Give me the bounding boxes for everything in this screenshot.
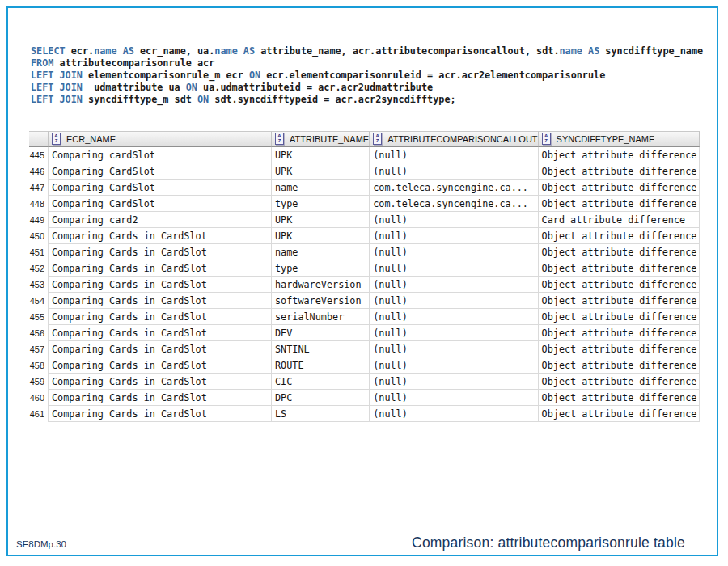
result-grid: AZECR_NAMEAZATTRIBUTE_NAMEAZATTRIBUTECOM… xyxy=(29,131,700,422)
grid-body: 445Comparing cardSlotUPK(null)Object att… xyxy=(29,147,700,422)
sql-keyword: SELECT xyxy=(31,45,66,57)
grid-cell[interactable]: Object attribute difference xyxy=(539,244,700,260)
grid-cell[interactable]: (null) xyxy=(370,228,538,244)
grid-cell[interactable]: Comparing Cards in CardSlot xyxy=(49,357,272,374)
row-number[interactable]: 449 xyxy=(29,212,49,228)
row-number[interactable]: 447 xyxy=(29,180,49,196)
row-number[interactable]: 450 xyxy=(29,228,49,244)
grid-cell[interactable]: Object attribute difference xyxy=(539,357,700,374)
grid-cell[interactable]: LS xyxy=(272,406,370,422)
grid-cell[interactable]: Comparing Cards in CardSlot xyxy=(49,309,272,325)
row-number[interactable]: 454 xyxy=(29,293,49,309)
row-number[interactable]: 448 xyxy=(29,196,49,212)
grid-cell[interactable]: type xyxy=(272,260,370,277)
grid-cell[interactable]: UPK xyxy=(272,163,370,180)
grid-cell[interactable]: Comparing CardSlot xyxy=(49,196,272,212)
column-header-label: SYNCDIFFTYPE_NAME xyxy=(557,134,655,144)
grid-cell[interactable]: UPK xyxy=(272,228,370,244)
column-header-attributecomparisoncallout[interactable]: AZATTRIBUTECOMPARISONCALLOUT xyxy=(370,131,538,147)
column-header-syncdifftype_name[interactable]: AZSYNCDIFFTYPE_NAME xyxy=(539,131,700,147)
grid-cell[interactable]: Object attribute difference xyxy=(539,260,700,277)
grid-cell[interactable]: Comparing Cards in CardSlot xyxy=(49,374,272,390)
grid-cell[interactable]: Comparing Cards in CardSlot xyxy=(49,293,272,309)
sql-text: elementcomparisonrule_m ecr xyxy=(83,70,249,81)
table-row: 456Comparing Cards in CardSlotDEV(null)O… xyxy=(29,325,700,341)
row-number[interactable]: 458 xyxy=(29,357,49,374)
grid-cell[interactable]: DEV xyxy=(272,325,370,341)
grid-cell[interactable]: Comparing Cards in CardSlot xyxy=(49,406,272,422)
grid-cell[interactable]: (null) xyxy=(370,374,538,390)
grid-cell[interactable]: UPK xyxy=(272,147,370,163)
grid-cell[interactable]: Object attribute difference xyxy=(539,180,700,196)
grid-cell[interactable]: Object attribute difference xyxy=(539,374,700,390)
row-number[interactable]: 456 xyxy=(29,325,49,341)
grid-cell[interactable]: (null) xyxy=(370,244,538,260)
grid-cell[interactable]: (null) xyxy=(370,325,538,341)
sql-line: LEFT JOIN elementcomparisonrule_m ecr ON… xyxy=(31,70,703,82)
grid-cell[interactable]: Object attribute difference xyxy=(539,228,700,244)
grid-cell[interactable]: Comparing Cards in CardSlot xyxy=(49,260,272,277)
grid-cell[interactable]: Comparing Cards in CardSlot xyxy=(49,277,272,293)
sql-keyword: name xyxy=(214,45,237,57)
grid-cell[interactable]: Object attribute difference xyxy=(539,341,700,357)
sql-keyword: ON xyxy=(197,94,209,105)
column-header-attribute_name[interactable]: AZATTRIBUTE_NAME xyxy=(272,131,370,147)
grid-cell[interactable]: Comparing CardSlot xyxy=(49,163,272,180)
sql-editor[interactable]: SELECT ecr.name AS ecr_name, ua.name AS … xyxy=(31,45,703,106)
column-header-ecr_name[interactable]: AZECR_NAME xyxy=(49,131,272,147)
grid-cell[interactable]: type xyxy=(272,196,370,212)
grid-cell[interactable]: DPC xyxy=(272,390,370,406)
grid-cell[interactable]: Card attribute difference xyxy=(539,212,700,228)
row-number[interactable]: 445 xyxy=(29,147,49,163)
grid-cell[interactable]: Object attribute difference xyxy=(539,163,700,180)
row-number[interactable]: 455 xyxy=(29,309,49,325)
grid-cell[interactable]: UPK xyxy=(272,212,370,228)
grid-cell[interactable]: SNTINL xyxy=(272,341,370,357)
grid-cell[interactable]: Object attribute difference xyxy=(539,277,700,293)
row-number[interactable]: 452 xyxy=(29,260,49,277)
row-number[interactable]: 459 xyxy=(29,374,49,390)
grid-cell[interactable]: softwareVersion xyxy=(272,293,370,309)
grid-cell[interactable]: Comparing CardSlot xyxy=(49,180,272,196)
grid-cell[interactable]: Object attribute difference xyxy=(539,293,700,309)
grid-cell[interactable]: name xyxy=(272,244,370,260)
grid-cell[interactable]: Comparing Cards in CardSlot xyxy=(49,325,272,341)
grid-cell[interactable]: Object attribute difference xyxy=(539,390,700,406)
grid-cell[interactable]: hardwareVersion xyxy=(272,277,370,293)
row-number[interactable]: 461 xyxy=(29,406,49,422)
grid-cell[interactable]: (null) xyxy=(370,309,538,325)
grid-cell[interactable]: (null) xyxy=(370,406,538,422)
grid-cell[interactable]: Comparing card2 xyxy=(49,212,272,228)
grid-cell[interactable]: Comparing Cards in CardSlot xyxy=(49,228,272,244)
grid-cell[interactable]: Object attribute difference xyxy=(539,325,700,341)
grid-cell[interactable]: Comparing Cards in CardSlot xyxy=(49,390,272,406)
grid-cell[interactable]: Comparing Cards in CardSlot xyxy=(49,244,272,260)
grid-cell[interactable]: (null) xyxy=(370,147,538,163)
grid-cell[interactable]: name xyxy=(272,180,370,196)
row-number[interactable]: 453 xyxy=(29,277,49,293)
grid-cell[interactable]: Object attribute difference xyxy=(539,147,700,163)
grid-cell[interactable]: CIC xyxy=(272,374,370,390)
grid-cell[interactable]: com.teleca.syncengine.ca... xyxy=(370,180,538,196)
grid-cell[interactable]: (null) xyxy=(370,163,538,180)
grid-cell[interactable]: (null) xyxy=(370,390,538,406)
grid-cell[interactable]: (null) xyxy=(370,293,538,309)
grid-cell[interactable]: Comparing Cards in CardSlot xyxy=(49,341,272,357)
grid-cell[interactable]: (null) xyxy=(370,277,538,293)
grid-cell[interactable]: Object attribute difference xyxy=(539,309,700,325)
grid-cell[interactable]: serialNumber xyxy=(272,309,370,325)
grid-cell[interactable]: Object attribute difference xyxy=(539,406,700,422)
grid-cell[interactable]: (null) xyxy=(370,357,538,374)
grid-cell[interactable]: (null) xyxy=(370,260,538,277)
grid-cell[interactable]: Comparing cardSlot xyxy=(49,147,272,163)
row-number[interactable]: 460 xyxy=(29,390,49,406)
grid-cell[interactable]: com.teleca.syncengine.ca... xyxy=(370,196,538,212)
sql-keyword: FROM xyxy=(31,57,53,69)
grid-cell[interactable]: (null) xyxy=(370,341,538,357)
grid-cell[interactable]: ROUTE xyxy=(272,357,370,374)
grid-cell[interactable]: Object attribute difference xyxy=(539,196,700,212)
row-number[interactable]: 457 xyxy=(29,341,49,357)
row-number[interactable]: 451 xyxy=(29,244,49,260)
row-number[interactable]: 446 xyxy=(29,163,49,180)
grid-cell[interactable]: (null) xyxy=(370,212,538,228)
